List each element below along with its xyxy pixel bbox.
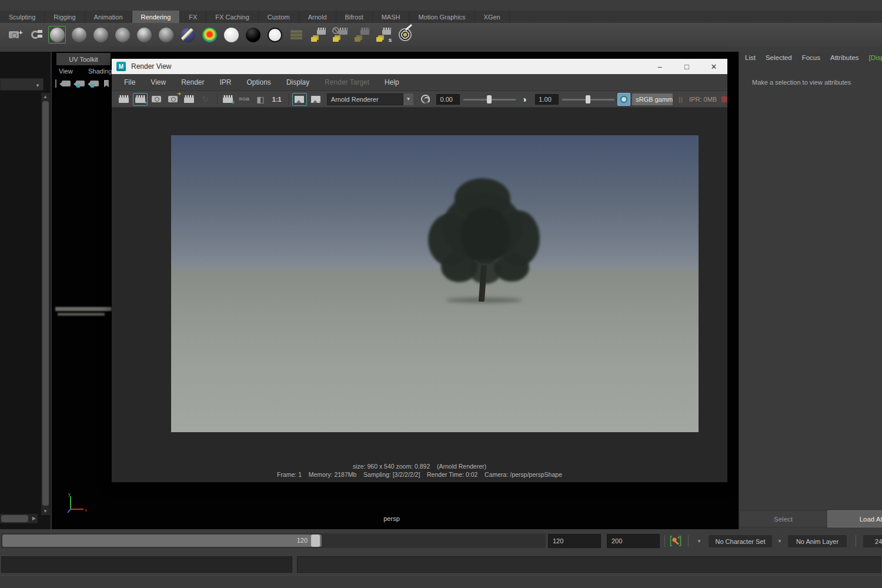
shelf-tab-sculpting[interactable]: Sculpting — [0, 11, 45, 23]
character-set-dropdown-icon[interactable]: ▼ — [697, 539, 701, 544]
menu-display[interactable]: [Display] — [869, 54, 882, 61]
batch-render-disabled-icon[interactable] — [353, 26, 370, 44]
shelf-tab-fx[interactable]: FX — [180, 11, 206, 23]
menu-ipr[interactable]: IPR — [212, 78, 239, 86]
scroll-right-icon[interactable]: ▶ — [32, 516, 36, 521]
remove-image-icon[interactable]: ✕ — [308, 93, 323, 106]
shelf-tab-mash[interactable]: MASH — [373, 11, 410, 23]
paint-effects-target-icon[interactable] — [396, 26, 414, 44]
command-line-result[interactable] — [297, 556, 881, 573]
playback-start-field[interactable]: 120 — [548, 534, 601, 548]
stop-ipr-icon[interactable] — [721, 96, 727, 102]
menu-render[interactable]: Render — [173, 78, 212, 86]
shelf-tab-animation[interactable]: Animation — [85, 11, 132, 23]
menu-file[interactable]: File — [116, 78, 143, 86]
keep-image-icon[interactable] — [292, 93, 308, 106]
scroll-up-icon[interactable]: ▲ — [43, 94, 48, 99]
snapshot-camera-icon[interactable] — [5, 26, 22, 44]
menu-list[interactable]: List — [745, 54, 756, 61]
rgb-channels-icon[interactable]: RGB — [237, 93, 252, 106]
select-camera-icon[interactable] — [62, 81, 71, 86]
black-hole-shader-icon[interactable] — [244, 26, 262, 44]
viewport-menu-shading[interactable]: Shading — [88, 68, 112, 75]
uv-toolkit-tab[interactable]: UV Toolkit — [56, 53, 111, 65]
fps-selector[interactable]: 24 fps — [863, 535, 882, 547]
render-current-frame-icon[interactable]: ▸ — [133, 93, 148, 106]
anim-layer-selector[interactable]: No Anim Layer — [788, 535, 847, 547]
close-button[interactable]: ✕ — [700, 59, 727, 74]
exposure-field[interactable]: 0.00 — [436, 94, 460, 105]
surface-material-icon[interactable] — [157, 26, 175, 44]
renderer-dropdown[interactable]: Arnold Renderer — [327, 93, 403, 105]
menu-options[interactable]: Options — [239, 78, 279, 86]
color-managed-toggle[interactable] — [617, 93, 631, 106]
cancel-batch-render-icon[interactable] — [331, 26, 349, 44]
shelf-tab-rendering[interactable]: Rendering — [132, 11, 181, 23]
gamma-slider-thumb[interactable] — [586, 95, 590, 103]
camera-attributes-icon[interactable] — [90, 81, 99, 86]
render-sequence-icon[interactable] — [26, 26, 44, 44]
display-color-management-icon[interactable] — [418, 93, 433, 106]
menu-view[interactable]: View — [143, 78, 173, 86]
lambert-material-icon[interactable] — [70, 26, 88, 44]
left-panel-dropdown[interactable]: ▼ — [0, 78, 44, 91]
exposure-slider[interactable] — [463, 93, 516, 105]
playback-range-slider[interactable]: 120 — [1, 533, 546, 548]
shelf-tab-xgen[interactable]: XGen — [475, 11, 510, 23]
one-to-one-zoom-icon[interactable]: 1:1 — [269, 93, 285, 106]
gamma-slider[interactable] — [562, 93, 614, 105]
left-panel-horizontal-scrollbar[interactable]: ▶ — [0, 514, 38, 523]
shelf-tab-bifrost[interactable]: Bifrost — [336, 11, 373, 23]
shelf-tab-rigging[interactable]: Rigging — [45, 11, 85, 23]
exposure-slider-thumb[interactable] — [487, 95, 492, 103]
use-background-shader-icon[interactable] — [266, 26, 283, 44]
anim-layer-dropdown-icon[interactable]: ▼ — [777, 539, 782, 544]
menu-help[interactable]: Help — [377, 78, 407, 86]
batch-render-icon[interactable] — [309, 26, 327, 44]
rendered-image[interactable] — [171, 135, 699, 432]
maximize-button[interactable]: □ — [673, 59, 700, 74]
shelf-tab-fx-caching[interactable]: FX Caching — [206, 11, 258, 23]
texture-grid-icon[interactable] — [288, 26, 305, 44]
render-view-titlebar[interactable]: M Render View – □ ✕ — [112, 59, 727, 74]
standard-surface-material-icon[interactable] — [48, 26, 66, 44]
viewport-menu-view[interactable]: View — [59, 68, 73, 75]
ramp-shader-icon[interactable] — [201, 26, 218, 44]
phong-material-icon[interactable] — [113, 26, 131, 44]
phonge-material-icon[interactable] — [135, 26, 153, 44]
alpha-channel-icon[interactable]: ◧ — [253, 93, 268, 106]
left-panel-vertical-scrollbar[interactable]: ▲ ▼ — [41, 93, 50, 515]
range-slider-handle[interactable] — [311, 534, 320, 547]
ipr-render-icon[interactable] — [165, 93, 181, 106]
load-attributes-button[interactable]: Load Attributes — [827, 510, 882, 527]
white-shader-icon[interactable] — [222, 26, 240, 44]
shelf-tab-motion-graphics[interactable]: Motion Graphics — [409, 11, 475, 23]
auto-keyframe-toggle[interactable]: + — [669, 534, 682, 547]
horizontal-scroll-thumb[interactable] — [1, 515, 28, 522]
shelf-tab-custom[interactable]: Custom — [259, 11, 299, 23]
menu-selected[interactable]: Selected — [766, 54, 792, 61]
lock-camera-icon[interactable] — [76, 81, 85, 86]
vertical-scroll-thumb[interactable] — [42, 101, 49, 506]
render-settings-icon[interactable]: ⚙ — [220, 93, 236, 106]
render-region-icon[interactable] — [182, 93, 197, 106]
playback-range-active[interactable]: 120 — [2, 534, 322, 547]
anisotropic-material-icon[interactable] — [179, 26, 196, 44]
gamma-field[interactable]: 1.00 — [535, 94, 559, 105]
scroll-down-icon[interactable]: ▼ — [43, 509, 48, 514]
bookmark-icon[interactable] — [104, 80, 109, 88]
renderer-dropdown-arrow[interactable]: ▼ — [403, 93, 413, 105]
blinn-material-icon[interactable] — [92, 26, 109, 44]
select-button[interactable]: Select — [739, 510, 827, 527]
redo-previous-render-icon[interactable] — [116, 93, 132, 106]
menu-display[interactable]: Display — [279, 78, 317, 86]
batch-render-sequence-icon[interactable]: S — [375, 26, 392, 44]
menu-focus[interactable]: Focus — [802, 54, 820, 61]
character-set-selector[interactable]: No Character Set — [709, 535, 772, 547]
colorspace-dropdown[interactable]: sRGB gamma — [632, 93, 673, 105]
gamma-contrast-icon[interactable]: ◑ — [517, 93, 532, 106]
menu-attributes[interactable]: Attributes — [830, 54, 859, 61]
pause-ipr-icon[interactable]: || — [679, 96, 683, 103]
toolbar-handle-icon[interactable] — [55, 79, 56, 88]
shelf-tab-arnold[interactable]: Arnold — [299, 11, 336, 23]
